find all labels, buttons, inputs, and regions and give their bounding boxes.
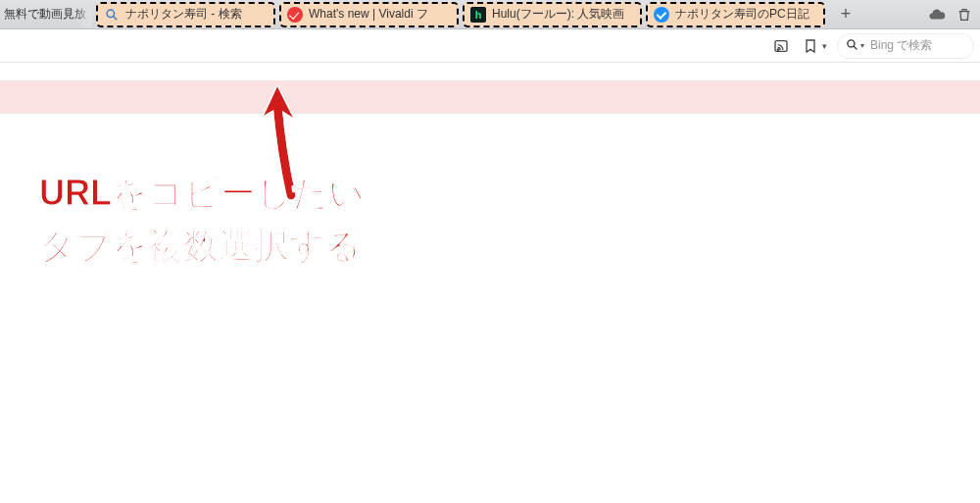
search-placeholder: Bing で検索 bbox=[870, 37, 932, 54]
new-tab-button[interactable]: + bbox=[833, 3, 858, 26]
hulu-icon: h bbox=[470, 7, 486, 23]
page-content: URLをコピーしたい タブを複数選択する bbox=[0, 63, 980, 503]
search-box[interactable]: ▾ Bing で検索 bbox=[837, 33, 974, 59]
search-icon bbox=[846, 37, 858, 55]
tab-item-selected[interactable]: What's new | Vivaldi フ bbox=[279, 2, 459, 27]
caption-line: URLをコピーしたい bbox=[39, 167, 365, 220]
tab-title: What's new | Vivaldi フ bbox=[309, 6, 451, 23]
reader-feed-icon[interactable] bbox=[769, 34, 793, 58]
tab-title: Hulu(フールー): 人気映画 bbox=[492, 6, 634, 23]
svg-point-3 bbox=[777, 49, 778, 50]
chevron-down-icon: ▾ bbox=[860, 41, 864, 50]
vivaldi-icon bbox=[287, 7, 303, 23]
annotation-caption: URLをコピーしたい タブを複数選択する bbox=[39, 167, 365, 273]
highlight-band bbox=[0, 80, 980, 114]
site-icon bbox=[654, 7, 669, 23]
tab-item[interactable]: 無料で動画見放 bbox=[4, 2, 92, 27]
bookmark-icon[interactable] bbox=[799, 34, 822, 58]
svg-line-1 bbox=[114, 16, 118, 20]
tab-item-selected[interactable]: h Hulu(フールー): 人気映画 bbox=[463, 2, 642, 27]
svg-line-5 bbox=[854, 46, 857, 49]
plus-icon: + bbox=[841, 4, 852, 25]
svg-point-4 bbox=[848, 39, 855, 46]
address-toolbar: ▾ ▾ Bing で検索 bbox=[0, 29, 980, 63]
tab-title: ナポリタン寿司のPC日記 bbox=[675, 6, 817, 23]
tab-strip: 無料で動画見放 ナポリタン寿司 - 検索 What's new | Vivald… bbox=[0, 0, 980, 29]
cloud-sync-icon[interactable] bbox=[927, 5, 947, 25]
tab-item-selected[interactable]: ナポリタン寿司のPC日記 bbox=[646, 2, 825, 27]
trash-icon[interactable] bbox=[955, 5, 974, 25]
search-icon bbox=[104, 7, 120, 23]
tab-title: ナポリタン寿司 - 検索 bbox=[125, 6, 268, 23]
svg-point-0 bbox=[107, 10, 115, 18]
caption-line: タブを複数選択する bbox=[39, 220, 365, 273]
chevron-down-icon[interactable]: ▾ bbox=[822, 41, 827, 51]
tab-item-selected[interactable]: ナポリタン寿司 - 検索 bbox=[96, 2, 275, 27]
